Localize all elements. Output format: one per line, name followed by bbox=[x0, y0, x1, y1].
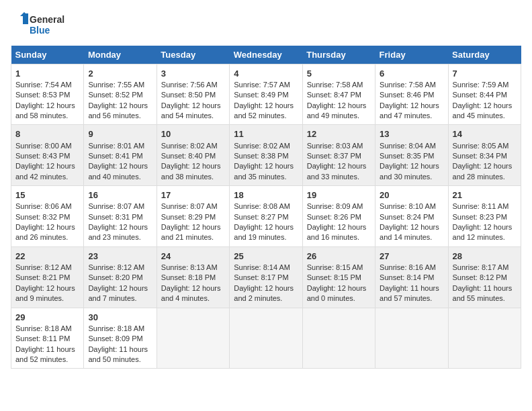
daylight-text: and 9 minutes. bbox=[15, 294, 64, 302]
day-number: 19 bbox=[307, 189, 371, 201]
sunset-text: Sunset: 8:18 PM bbox=[161, 273, 216, 281]
day-number: 21 bbox=[453, 189, 517, 201]
daylight-text: and 19 minutes. bbox=[234, 233, 286, 241]
day-number: 25 bbox=[234, 250, 298, 263]
weekday-header-saturday: Saturday bbox=[448, 46, 521, 64]
sunrise-text: Sunrise: 8:00 AM bbox=[15, 142, 72, 150]
calendar-cell: 13Sunrise: 8:04 AMSunset: 8:35 PMDayligh… bbox=[375, 125, 448, 186]
day-number: 28 bbox=[453, 250, 517, 263]
daylight-text: and 52 minutes. bbox=[234, 111, 286, 120]
daylight-text: Daylight: 12 hours bbox=[161, 223, 221, 231]
calendar-cell: 19Sunrise: 8:09 AMSunset: 8:26 PMDayligh… bbox=[302, 186, 375, 247]
daylight-text: and 54 minutes. bbox=[161, 111, 214, 120]
daylight-text: and 0 minutes. bbox=[307, 294, 355, 302]
sunset-text: Sunset: 8:38 PM bbox=[234, 152, 288, 160]
calendar-cell: 29Sunrise: 8:18 AMSunset: 8:11 PMDayligh… bbox=[11, 308, 84, 369]
sunrise-text: Sunrise: 8:07 AM bbox=[161, 202, 218, 210]
day-number: 1 bbox=[15, 68, 79, 80]
weekday-header-sunday: Sunday bbox=[11, 46, 84, 64]
sunrise-text: Sunrise: 8:06 AM bbox=[15, 202, 72, 210]
sunset-text: Sunset: 8:35 PM bbox=[380, 152, 434, 160]
calendar-week-row: 8Sunrise: 8:00 AMSunset: 8:43 PMDaylight… bbox=[11, 125, 521, 186]
calendar-cell bbox=[157, 308, 229, 369]
sunrise-text: Sunrise: 7:57 AM bbox=[234, 81, 290, 89]
day-number: 18 bbox=[234, 189, 298, 201]
sunset-text: Sunset: 8:37 PM bbox=[307, 152, 361, 160]
sunset-text: Sunset: 8:50 PM bbox=[161, 91, 216, 99]
day-number: 15 bbox=[15, 189, 79, 201]
calendar-cell: 3Sunrise: 7:56 AMSunset: 8:50 PMDaylight… bbox=[157, 64, 229, 125]
daylight-text: and 2 minutes. bbox=[234, 294, 282, 302]
daylight-text: and 38 minutes. bbox=[161, 173, 214, 181]
daylight-text: and 28 minutes. bbox=[453, 173, 505, 181]
daylight-text: and 56 minutes. bbox=[88, 111, 140, 120]
logo: General Blue bbox=[11, 11, 85, 39]
calendar-cell bbox=[302, 308, 375, 369]
daylight-text: and 50 minutes. bbox=[88, 355, 140, 363]
daylight-text: Daylight: 12 hours bbox=[453, 101, 513, 109]
daylight-text: Daylight: 12 hours bbox=[307, 101, 367, 109]
sunrise-text: Sunrise: 8:08 AM bbox=[234, 202, 290, 210]
calendar-week-row: 15Sunrise: 8:06 AMSunset: 8:32 PMDayligh… bbox=[11, 186, 521, 247]
daylight-text: Daylight: 12 hours bbox=[88, 162, 148, 170]
daylight-text: Daylight: 12 hours bbox=[380, 223, 439, 231]
calendar-cell: 2Sunrise: 7:55 AMSunset: 8:52 PMDaylight… bbox=[84, 64, 157, 125]
daylight-text: Daylight: 12 hours bbox=[15, 223, 75, 231]
daylight-text: Daylight: 12 hours bbox=[161, 284, 221, 292]
weekday-header-tuesday: Tuesday bbox=[157, 46, 229, 64]
daylight-text: Daylight: 12 hours bbox=[88, 101, 148, 109]
sunrise-text: Sunrise: 8:03 AM bbox=[307, 142, 363, 150]
sunset-text: Sunset: 8:46 PM bbox=[380, 91, 434, 99]
sunset-text: Sunset: 8:17 PM bbox=[234, 273, 288, 281]
sunset-text: Sunset: 8:40 PM bbox=[161, 152, 216, 160]
sunrise-text: Sunrise: 8:17 AM bbox=[453, 263, 509, 271]
calendar-cell bbox=[448, 308, 521, 369]
calendar-week-row: 29Sunrise: 8:18 AMSunset: 8:11 PMDayligh… bbox=[11, 308, 521, 369]
day-number: 24 bbox=[161, 250, 225, 263]
calendar-cell: 6Sunrise: 7:58 AMSunset: 8:46 PMDaylight… bbox=[375, 64, 448, 125]
day-number: 26 bbox=[307, 250, 371, 263]
daylight-text: Daylight: 12 hours bbox=[234, 162, 294, 170]
day-number: 14 bbox=[453, 128, 517, 140]
day-number: 23 bbox=[88, 250, 152, 263]
daylight-text: Daylight: 12 hours bbox=[88, 284, 148, 292]
calendar-cell: 17Sunrise: 8:07 AMSunset: 8:29 PMDayligh… bbox=[157, 186, 229, 247]
daylight-text: and 45 minutes. bbox=[453, 111, 505, 120]
sunrise-text: Sunrise: 8:14 AM bbox=[234, 263, 290, 271]
sunrise-text: Sunrise: 8:12 AM bbox=[15, 263, 72, 271]
sunset-text: Sunset: 8:21 PM bbox=[15, 273, 70, 281]
sunset-text: Sunset: 8:34 PM bbox=[453, 152, 507, 160]
sunset-text: Sunset: 8:29 PM bbox=[161, 213, 216, 221]
sunset-text: Sunset: 8:53 PM bbox=[15, 91, 70, 99]
weekday-header-row: SundayMondayTuesdayWednesdayThursdayFrid… bbox=[11, 46, 521, 64]
daylight-text: Daylight: 12 hours bbox=[234, 101, 294, 109]
day-number: 6 bbox=[380, 68, 443, 80]
calendar-table: SundayMondayTuesdayWednesdayThursdayFrid… bbox=[11, 46, 521, 369]
daylight-text: and 47 minutes. bbox=[380, 111, 432, 120]
sunset-text: Sunset: 8:52 PM bbox=[88, 91, 142, 99]
calendar-cell: 15Sunrise: 8:06 AMSunset: 8:32 PMDayligh… bbox=[11, 186, 84, 247]
sunset-text: Sunset: 8:44 PM bbox=[453, 91, 507, 99]
svg-text:General: General bbox=[30, 14, 64, 25]
sunrise-text: Sunrise: 8:15 AM bbox=[307, 263, 363, 271]
daylight-text: Daylight: 11 hours bbox=[15, 345, 75, 353]
sunset-text: Sunset: 8:14 PM bbox=[380, 273, 434, 281]
calendar-cell: 22Sunrise: 8:12 AMSunset: 8:21 PMDayligh… bbox=[11, 246, 84, 308]
daylight-text: and 21 minutes. bbox=[161, 233, 214, 241]
sunrise-text: Sunrise: 8:02 AM bbox=[234, 142, 290, 150]
daylight-text: and 4 minutes. bbox=[161, 294, 210, 302]
sunset-text: Sunset: 8:23 PM bbox=[453, 213, 507, 221]
svg-text:Blue: Blue bbox=[30, 25, 50, 36]
calendar-cell: 4Sunrise: 7:57 AMSunset: 8:49 PMDaylight… bbox=[230, 64, 302, 125]
calendar-cell: 8Sunrise: 8:00 AMSunset: 8:43 PMDaylight… bbox=[11, 125, 84, 186]
sunrise-text: Sunrise: 8:07 AM bbox=[88, 202, 144, 210]
day-number: 29 bbox=[15, 312, 79, 324]
calendar-cell: 14Sunrise: 8:05 AMSunset: 8:34 PMDayligh… bbox=[448, 125, 521, 186]
daylight-text: Daylight: 12 hours bbox=[453, 162, 513, 170]
sunset-text: Sunset: 8:24 PM bbox=[380, 213, 434, 221]
calendar-cell: 26Sunrise: 8:15 AMSunset: 8:15 PMDayligh… bbox=[302, 246, 375, 308]
sunset-text: Sunset: 8:15 PM bbox=[307, 273, 361, 281]
logo-svg: General Blue bbox=[11, 11, 85, 36]
daylight-text: and 40 minutes. bbox=[88, 173, 140, 181]
sunset-text: Sunset: 8:20 PM bbox=[88, 273, 142, 281]
